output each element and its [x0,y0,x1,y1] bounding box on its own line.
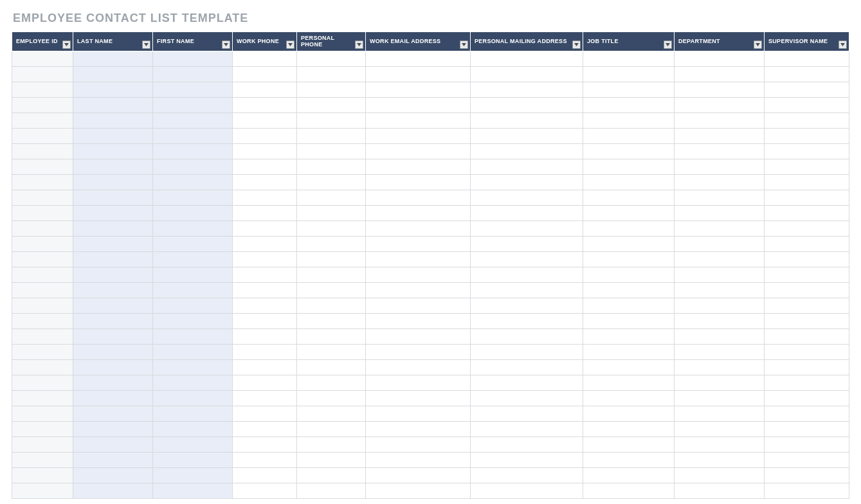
table-cell[interactable] [366,144,471,159]
table-cell[interactable] [471,144,583,159]
table-cell[interactable] [765,175,849,190]
table-cell[interactable] [297,144,366,159]
table-cell[interactable] [675,437,765,453]
table-cell[interactable] [12,252,73,267]
table-cell[interactable] [471,129,583,144]
table-cell[interactable] [765,267,849,283]
table-cell[interactable] [471,360,583,375]
table-cell[interactable] [233,283,297,298]
table-cell[interactable] [583,129,675,144]
table-cell[interactable] [765,422,849,437]
table-cell[interactable] [583,437,675,453]
table-cell[interactable] [153,360,233,375]
table-cell[interactable] [675,175,765,190]
table-cell[interactable] [583,51,675,67]
table-cell[interactable] [12,144,73,159]
table-cell[interactable] [583,221,675,237]
table-cell[interactable] [153,267,233,283]
table-cell[interactable] [12,360,73,375]
table-cell[interactable] [297,98,366,113]
table-cell[interactable] [471,267,583,283]
table-cell[interactable] [366,483,471,499]
table-cell[interactable] [297,360,366,375]
table-cell[interactable] [73,375,153,391]
table-cell[interactable] [297,113,366,129]
table-cell[interactable] [233,175,297,190]
table-cell[interactable] [471,113,583,129]
table-cell[interactable] [675,483,765,499]
table-cell[interactable] [583,283,675,298]
table-cell[interactable] [366,190,471,206]
table-cell[interactable] [675,391,765,406]
table-cell[interactable] [675,314,765,329]
table-cell[interactable] [471,51,583,67]
table-cell[interactable] [765,113,849,129]
table-cell[interactable] [297,391,366,406]
table-cell[interactable] [153,422,233,437]
table-cell[interactable] [233,159,297,175]
table-cell[interactable] [297,190,366,206]
table-cell[interactable] [297,422,366,437]
table-cell[interactable] [583,345,675,360]
table-cell[interactable] [297,159,366,175]
table-cell[interactable] [471,391,583,406]
table-cell[interactable] [12,406,73,422]
table-cell[interactable] [153,221,233,237]
table-cell[interactable] [471,329,583,345]
table-cell[interactable] [153,129,233,144]
table-cell[interactable] [233,298,297,314]
table-cell[interactable] [675,360,765,375]
table-cell[interactable] [233,468,297,483]
table-cell[interactable] [765,329,849,345]
table-cell[interactable] [583,329,675,345]
table-cell[interactable] [153,144,233,159]
table-cell[interactable] [366,329,471,345]
table-cell[interactable] [233,67,297,82]
table-cell[interactable] [471,190,583,206]
table-cell[interactable] [12,113,73,129]
filter-dropdown-icon[interactable] [142,40,150,49]
table-cell[interactable] [12,468,73,483]
table-cell[interactable] [366,98,471,113]
table-cell[interactable] [153,283,233,298]
table-cell[interactable] [153,98,233,113]
table-cell[interactable] [153,113,233,129]
table-cell[interactable] [12,375,73,391]
table-cell[interactable] [12,82,73,98]
table-cell[interactable] [583,267,675,283]
table-cell[interactable] [73,283,153,298]
table-cell[interactable] [73,453,153,468]
table-cell[interactable] [233,82,297,98]
table-cell[interactable] [12,483,73,499]
table-cell[interactable] [73,190,153,206]
table-cell[interactable] [12,221,73,237]
filter-dropdown-icon[interactable] [355,40,363,49]
table-cell[interactable] [765,129,849,144]
filter-dropdown-icon[interactable] [286,40,295,49]
table-cell[interactable] [675,406,765,422]
table-cell[interactable] [153,190,233,206]
table-cell[interactable] [233,422,297,437]
table-cell[interactable] [73,329,153,345]
table-cell[interactable] [583,237,675,252]
table-cell[interactable] [765,190,849,206]
table-cell[interactable] [471,483,583,499]
table-cell[interactable] [765,453,849,468]
table-cell[interactable] [366,375,471,391]
table-cell[interactable] [12,422,73,437]
table-cell[interactable] [471,406,583,422]
table-cell[interactable] [583,159,675,175]
table-cell[interactable] [153,82,233,98]
table-cell[interactable] [675,375,765,391]
table-cell[interactable] [765,468,849,483]
table-cell[interactable] [153,437,233,453]
table-cell[interactable] [73,221,153,237]
table-cell[interactable] [675,329,765,345]
table-cell[interactable] [12,298,73,314]
table-cell[interactable] [366,267,471,283]
table-cell[interactable] [583,144,675,159]
filter-dropdown-icon[interactable] [62,40,71,49]
table-cell[interactable] [73,298,153,314]
table-cell[interactable] [12,51,73,67]
table-cell[interactable] [765,82,849,98]
